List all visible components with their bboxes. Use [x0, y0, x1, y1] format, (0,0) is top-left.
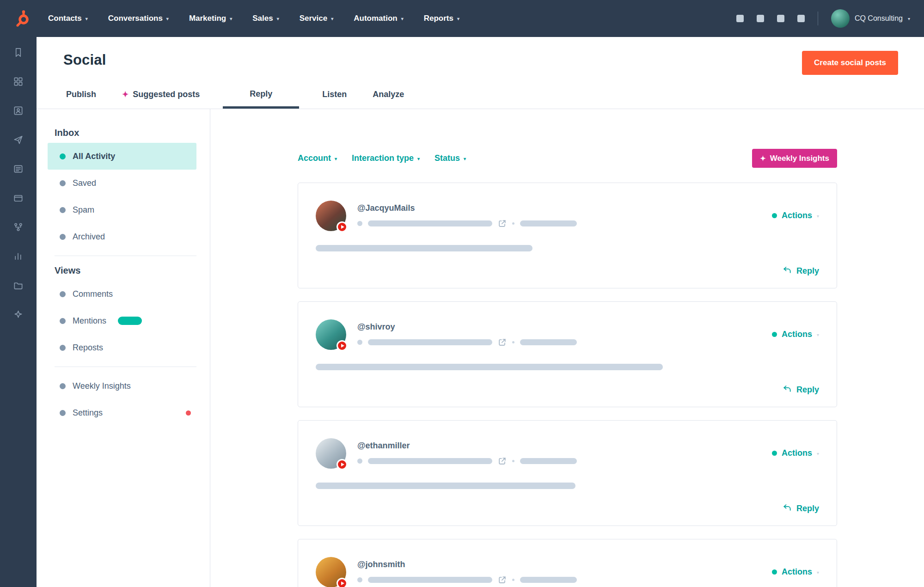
chevron-down-icon: ▾ [817, 451, 819, 456]
reply-feed: Account▾ Interaction type▾ Status▾ ✦ Wee… [210, 109, 924, 587]
post-header: @JacqyuMails [316, 201, 819, 231]
tab-analyze[interactable]: Analyze [370, 90, 407, 109]
placeholder-dot [357, 459, 362, 464]
sidebar-item-all-activity[interactable]: All Activity [48, 143, 196, 170]
tab-publish[interactable]: Publish [63, 90, 99, 109]
list-icon[interactable] [13, 164, 24, 174]
sidebar-item-comments[interactable]: Comments [48, 281, 196, 307]
nav-contacts[interactable]: Contacts▾ [48, 14, 88, 23]
youtube-badge-icon [337, 221, 348, 232]
bar-chart-icon[interactable] [13, 251, 24, 262]
status-dot-icon [60, 291, 66, 297]
bookmark-icon[interactable] [13, 47, 24, 58]
sidebar-item-saved[interactable]: Saved [48, 170, 196, 196]
topnav-tools: CQ Consulting ▾ [736, 9, 910, 28]
placeholder-bar [368, 220, 492, 226]
status-dot-icon [60, 234, 66, 240]
inbox-heading: Inbox [55, 128, 210, 138]
nav-service[interactable]: Service▾ [300, 14, 334, 23]
sidebar-item-spam[interactable]: Spam [48, 196, 196, 223]
placeholder-dot [512, 341, 514, 343]
account-name: CQ Consulting [855, 14, 903, 23]
wallet-icon[interactable] [13, 193, 24, 203]
topbar-tool-icon-1[interactable] [736, 15, 744, 22]
placeholder-bar [520, 458, 577, 464]
sidebar-item-settings[interactable]: Settings [48, 399, 196, 426]
inbox-sidebar: Inbox All Activity Saved Spam Archived V… [37, 109, 210, 587]
nav-automation[interactable]: Automation▾ [354, 14, 403, 23]
filter-account[interactable]: Account▾ [298, 153, 337, 163]
reply-button[interactable]: Reply [783, 265, 819, 277]
sidebar-item-archived[interactable]: Archived [48, 223, 196, 250]
placeholder-bar [368, 458, 492, 464]
nav-reports[interactable]: Reports▾ [424, 14, 459, 23]
status-dot-icon [60, 345, 66, 351]
workflow-icon[interactable] [13, 222, 24, 232]
grid-icon[interactable] [13, 76, 24, 87]
post-card: @JacqyuMails Actions ▾ [298, 183, 837, 288]
chevron-down-icon: ▾ [464, 156, 466, 161]
external-link-icon[interactable] [498, 338, 507, 347]
divider [55, 256, 196, 256]
tab-suggested-posts[interactable]: ✦ Suggested posts [119, 90, 202, 109]
sidebar-item-reposts[interactable]: Reposts [48, 334, 196, 361]
status-dot-icon [772, 213, 777, 218]
create-social-posts-button[interactable]: Create social posts [802, 51, 898, 75]
sidebar-item-mentions[interactable]: Mentions [48, 307, 196, 334]
status-dot-icon [60, 318, 66, 324]
external-link-icon[interactable] [498, 575, 507, 584]
nav-conversations[interactable]: Conversations▾ [108, 14, 169, 23]
sidebar-item-label: Weekly Insights [73, 381, 131, 391]
sparkle-icon: ✦ [122, 91, 129, 98]
post-card: @shivroy Actions ▾ [298, 301, 837, 407]
reply-arrow-icon [783, 265, 792, 277]
placeholder-bar [520, 577, 577, 583]
post-header: @johnsmith [316, 557, 819, 587]
placeholder-bar [368, 577, 492, 583]
post-meta [357, 338, 577, 347]
folder-icon[interactable] [13, 280, 24, 291]
filter-interaction-type[interactable]: Interaction type▾ [352, 153, 420, 163]
social-tabs: Publish ✦ Suggested posts Reply Listen A… [63, 89, 407, 109]
top-navigation: Contacts▾ Conversations▾ Marketing▾ Sale… [0, 0, 924, 37]
views-heading: Views [55, 265, 210, 276]
reply-button[interactable]: Reply [783, 384, 819, 396]
status-dot-icon [772, 332, 777, 337]
placeholder-dot [512, 579, 514, 581]
external-link-icon[interactable] [498, 457, 507, 465]
reply-button[interactable]: Reply [783, 503, 819, 514]
actions-dropdown[interactable]: Actions ▾ [772, 330, 819, 339]
chevron-down-icon: ▾ [457, 16, 459, 21]
status-dot-icon [60, 180, 66, 186]
actions-dropdown[interactable]: Actions ▾ [772, 211, 819, 220]
tab-reply[interactable]: Reply [223, 89, 299, 109]
placeholder-bar [316, 364, 663, 370]
external-link-icon[interactable] [498, 219, 507, 228]
notification-dot-icon [186, 410, 191, 416]
tab-listen[interactable]: Listen [319, 90, 349, 109]
nav-marketing[interactable]: Marketing▾ [189, 14, 232, 23]
contacts-icon[interactable] [13, 105, 24, 116]
placeholder-bar [316, 483, 575, 489]
sidebar-item-label: Saved [73, 178, 96, 188]
filter-status[interactable]: Status▾ [434, 153, 466, 163]
sparkle-icon[interactable] [13, 309, 24, 320]
topbar-tool-icon-3[interactable] [777, 15, 784, 22]
sidebar-item-label: Spam [73, 205, 94, 215]
topbar-tool-icon-4[interactable] [797, 15, 805, 22]
weekly-insights-button[interactable]: ✦ Weekly Insights [752, 149, 837, 168]
hubspot-logo-icon[interactable] [10, 8, 34, 29]
post-header: @shivroy [316, 319, 819, 350]
chevron-down-icon: ▾ [331, 16, 333, 21]
sidebar-item-weekly-insights[interactable]: Weekly Insights [48, 373, 196, 399]
post-avatar [316, 201, 346, 231]
actions-dropdown[interactable]: Actions ▾ [772, 567, 819, 577]
page-header: Social Create social posts Publish ✦ Sug… [37, 37, 924, 109]
reply-arrow-icon [783, 503, 792, 514]
send-icon[interactable] [13, 135, 24, 145]
actions-dropdown[interactable]: Actions ▾ [772, 448, 819, 458]
nav-sales[interactable]: Sales▾ [252, 14, 279, 23]
post-avatar [316, 557, 346, 587]
account-menu[interactable]: CQ Consulting ▾ [831, 9, 910, 28]
topbar-tool-icon-2[interactable] [757, 15, 764, 22]
